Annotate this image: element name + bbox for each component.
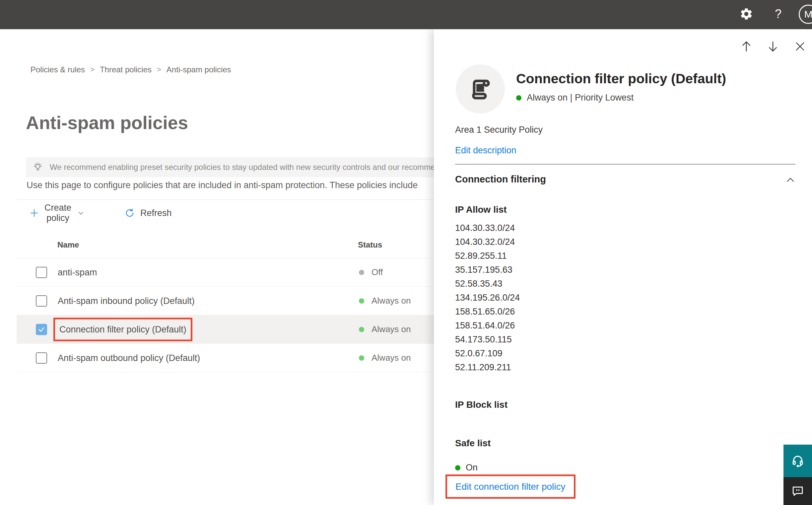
column-header-status[interactable]: Status: [358, 240, 382, 249]
ip-allow-entry: 52.58.35.43: [455, 277, 520, 291]
previous-item-button[interactable]: [738, 38, 754, 54]
status-dot: [359, 327, 364, 332]
screen: ? M Policies & rules > Threat policies >…: [0, 0, 812, 505]
status-dot: [359, 355, 364, 361]
gear-icon: [739, 7, 753, 21]
feedback-button[interactable]: [784, 477, 812, 505]
safe-list-status: On: [455, 463, 478, 473]
policy-status: Always on: [359, 287, 411, 315]
status-dot: [455, 465, 460, 471]
collapse-section-button[interactable]: [782, 172, 799, 188]
chevron-up-icon: [785, 175, 796, 186]
status-dot: [516, 95, 522, 101]
breadcrumb-threat-policies[interactable]: Threat policies: [100, 65, 152, 74]
status-text: Always on: [372, 296, 411, 306]
ip-allow-entry: 52.89.255.11: [455, 249, 520, 263]
edit-connection-filter-policy-link[interactable]: Edit connection filter policy: [455, 481, 566, 492]
close-flyout-button[interactable]: [792, 38, 808, 54]
chevron-down-icon: [77, 209, 84, 217]
ip-allow-entry: 52.0.67.109: [455, 346, 520, 360]
ip-allow-entry: 134.195.26.0/24: [455, 291, 520, 305]
breadcrumb-separator: >: [90, 65, 94, 74]
policy-description: Area 1 Security Policy: [455, 125, 543, 135]
policy-status: Off: [359, 258, 383, 286]
arrow-up-icon: [739, 39, 753, 53]
flyout-status: Always on | Priority Lowest: [516, 93, 726, 103]
flyout-title: Connection filter policy (Default): [516, 71, 726, 87]
next-item-button[interactable]: [765, 38, 781, 54]
ip-allow-entry: 104.30.33.0/24: [455, 221, 520, 235]
help-button[interactable]: ?: [769, 5, 787, 23]
edit-policy-highlight: Edit connection filter policy: [445, 475, 576, 499]
plus-icon: [29, 208, 39, 218]
chat-icon: [790, 484, 805, 498]
arrow-down-icon: [766, 39, 780, 53]
lightbulb-icon: [32, 161, 44, 173]
help-icon: ?: [775, 7, 782, 21]
row-checkbox[interactable]: [36, 295, 47, 307]
breadcrumb-anti-spam-policies[interactable]: Anti-spam policies: [167, 65, 231, 74]
ip-allow-list-label: IP Allow list: [455, 204, 507, 215]
refresh-icon: [125, 208, 135, 218]
section-title-connection-filtering: Connection filtering: [455, 174, 546, 185]
row-checkbox[interactable]: [36, 352, 47, 364]
policy-name[interactable]: Anti-spam inbound policy (Default): [58, 296, 195, 306]
row-checkbox[interactable]: [36, 324, 47, 335]
page-title: Anti-spam policies: [26, 112, 188, 133]
ip-allow-list: 104.30.33.0/24104.30.32.0/2452.89.255.11…: [455, 221, 520, 374]
breadcrumb-policies-rules[interactable]: Policies & rules: [30, 65, 85, 74]
ip-block-list-label: IP Block list: [455, 399, 508, 410]
refresh-button[interactable]: Refresh: [125, 205, 172, 221]
flyout-header: Connection filter policy (Default) Alway…: [516, 71, 726, 103]
flyout-status-text: Always on | Priority Lowest: [527, 93, 634, 103]
policy-status: Always on: [359, 344, 411, 372]
row-checkbox[interactable]: [36, 267, 47, 278]
page-description: Use this page to configure policies that…: [26, 180, 434, 190]
create-policy-button[interactable]: Create policy: [29, 205, 84, 221]
refresh-label: Refresh: [140, 208, 172, 218]
scroll-icon: [467, 76, 493, 102]
create-policy-label: Create policy: [44, 203, 71, 223]
policy-name[interactable]: Anti-spam outbound policy (Default): [58, 353, 200, 363]
ip-allow-entry: 35.157.195.63: [455, 263, 520, 277]
avatar-initial: M: [804, 9, 812, 20]
column-header-name[interactable]: Name: [57, 240, 79, 249]
topbar: ? M: [0, 0, 812, 29]
settings-button[interactable]: [737, 5, 756, 23]
breadcrumb: Policies & rules > Threat policies > Ant…: [30, 65, 231, 74]
headset-icon: [790, 453, 805, 469]
status-dot: [359, 270, 364, 275]
safe-list-status-text: On: [466, 463, 478, 473]
support-button[interactable]: [784, 445, 812, 477]
ip-allow-entry: 52.11.209.211: [455, 360, 520, 374]
policy-name[interactable]: Connection filter policy (Default): [53, 318, 192, 341]
account-avatar[interactable]: M: [799, 5, 812, 24]
details-flyout: Connection filter policy (Default) Alway…: [434, 29, 812, 505]
banner-text: We recommend enabling preset security po…: [50, 163, 434, 172]
policy-icon-badge: [456, 64, 505, 114]
ip-allow-entry: 158.51.65.0/26: [455, 305, 520, 319]
policy-name[interactable]: anti-spam: [58, 267, 97, 278]
breadcrumb-separator: >: [157, 65, 161, 74]
ip-allow-entry: 158.51.64.0/26: [455, 319, 520, 332]
status-text: Off: [372, 267, 383, 278]
status-text: Always on: [372, 324, 411, 334]
ip-allow-entry: 104.30.32.0/24: [455, 235, 520, 249]
edit-description-link[interactable]: Edit description: [455, 145, 517, 156]
recommendation-banner: We recommend enabling preset security po…: [26, 157, 434, 177]
close-icon: [793, 40, 807, 53]
ip-allow-entry: 54.173.50.115: [455, 332, 520, 346]
policy-status: Always on: [359, 315, 411, 343]
flyout-divider: [455, 164, 795, 165]
status-dot: [359, 298, 364, 304]
safe-list-label: Safe list: [455, 438, 490, 449]
status-text: Always on: [372, 353, 411, 363]
